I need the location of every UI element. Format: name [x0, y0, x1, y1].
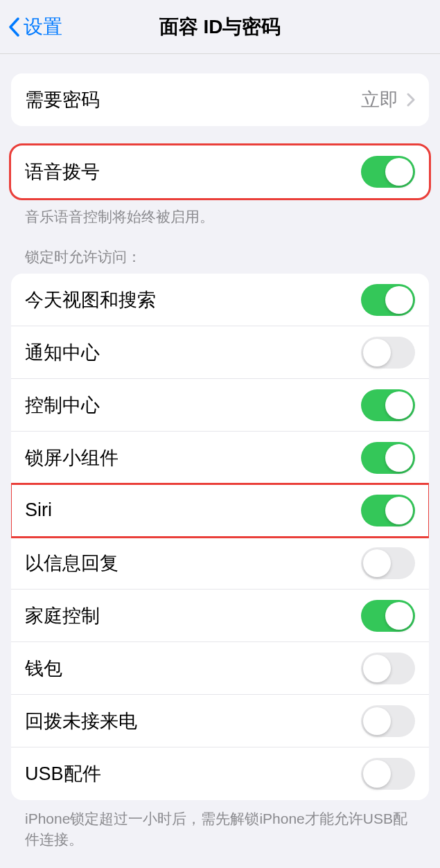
voice-dial-label: 语音拨号 [25, 159, 100, 184]
usb-accessories-toggle[interactable] [361, 758, 415, 790]
toggle-knob [363, 655, 391, 682]
page-title: 面容 ID与密码 [159, 14, 281, 40]
toggle-knob [363, 339, 391, 366]
notification-center-toggle[interactable] [361, 337, 415, 369]
lock-access-group: 今天视图和搜索通知中心控制中心锁屏小组件Siri以信息回复家庭控制钱包回拨未接来… [11, 274, 429, 800]
wallet-toggle[interactable] [361, 653, 415, 684]
notification-center-label: 通知中心 [25, 340, 100, 365]
toggle-knob [363, 549, 391, 577]
siri-toggle[interactable] [361, 495, 415, 526]
voice-dial-toggle[interactable] [361, 156, 415, 188]
control-center-row: 控制中心 [11, 379, 429, 432]
wallet-row: 钱包 [11, 642, 429, 695]
siri-row: Siri [11, 484, 429, 537]
today-view-toggle[interactable] [361, 284, 415, 316]
toggle-knob [363, 707, 391, 735]
voice-dial-footer: 音乐语音控制将始终被启用。 [11, 198, 429, 227]
toggle-knob [385, 444, 413, 472]
passcode-group: 需要密码 立即 [11, 73, 429, 126]
today-view-row: 今天视图和搜索 [11, 274, 429, 326]
home-control-label: 家庭控制 [25, 603, 100, 628]
toggle-knob [385, 286, 413, 314]
chevron-left-icon [8, 17, 19, 37]
chevron-right-icon [407, 93, 415, 107]
wallet-label: 钱包 [25, 656, 62, 681]
return-missed-calls-label: 回拨未接来电 [25, 709, 137, 734]
reply-message-label: 以信息回复 [25, 551, 118, 576]
usb-accessories-label: USB配件 [25, 761, 101, 786]
lock-access-footer: iPhone锁定超过一小时后，需先解锁iPhone才能允许USB配件连接。 [11, 800, 429, 849]
notification-center-row: 通知中心 [11, 326, 429, 379]
back-button[interactable]: 设置 [0, 14, 62, 40]
back-label: 设置 [24, 14, 62, 40]
home-control-row: 家庭控制 [11, 590, 429, 642]
nav-header: 设置 面容 ID与密码 [0, 0, 440, 54]
toggle-knob [363, 760, 391, 788]
require-passcode-label: 需要密码 [25, 87, 100, 112]
reply-message-row: 以信息回复 [11, 537, 429, 590]
voice-dial-row: 语音拨号 [11, 145, 429, 198]
home-control-toggle[interactable] [361, 600, 415, 632]
toggle-knob [385, 391, 413, 419]
require-passcode-row[interactable]: 需要密码 立即 [11, 73, 429, 126]
toggle-knob [385, 158, 413, 186]
voice-dial-group: 语音拨号 [11, 145, 429, 198]
lock-widgets-toggle[interactable] [361, 442, 415, 474]
lock-widgets-row: 锁屏小组件 [11, 432, 429, 484]
siri-label: Siri [25, 499, 52, 521]
return-missed-calls-row: 回拨未接来电 [11, 695, 429, 747]
toggle-knob [385, 602, 413, 630]
today-view-label: 今天视图和搜索 [25, 287, 156, 312]
reply-message-toggle[interactable] [361, 547, 415, 579]
lock-section-header: 锁定时允许访问： [11, 227, 429, 274]
lock-widgets-label: 锁屏小组件 [25, 445, 118, 470]
require-passcode-value: 立即 [361, 87, 398, 112]
usb-accessories-row: USB配件 [11, 747, 429, 800]
control-center-toggle[interactable] [361, 389, 415, 421]
return-missed-calls-toggle[interactable] [361, 705, 415, 737]
toggle-knob [385, 497, 413, 524]
control-center-label: 控制中心 [25, 393, 100, 418]
